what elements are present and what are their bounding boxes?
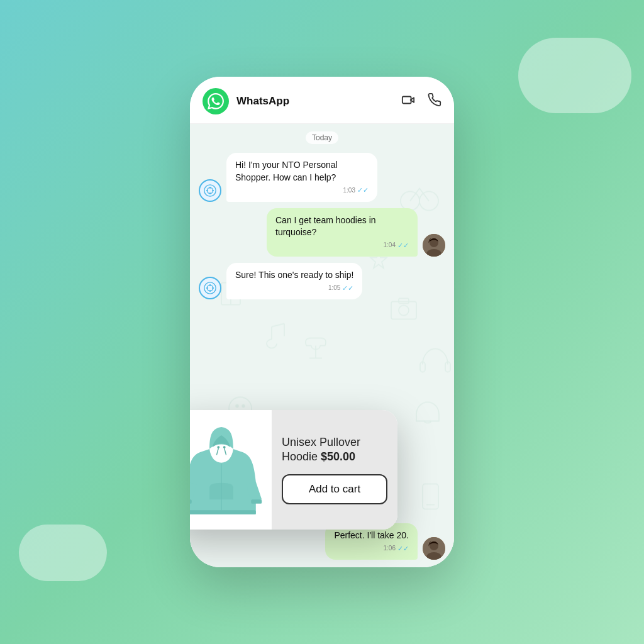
product-image-section — [190, 410, 272, 530]
svg-rect-48 — [190, 510, 256, 514]
message-row-3: Sure! This one's ready to ship! 1:05 ✓✓ — [199, 263, 445, 299]
svg-point-35 — [209, 192, 211, 194]
message-time-1: 1:03 ✓✓ — [235, 186, 369, 195]
svg-point-52 — [223, 446, 226, 448]
product-card: Unisex Pullover Hoodie $50.00 Add to car… — [190, 410, 397, 530]
message-text-3: Sure! This one's ready to ship! — [235, 270, 353, 280]
svg-point-32 — [204, 184, 216, 196]
whatsapp-logo — [203, 88, 229, 114]
svg-point-45 — [206, 287, 208, 289]
svg-rect-49 — [190, 499, 192, 504]
video-call-icon[interactable] — [401, 93, 415, 110]
read-receipt-4: ✓✓ — [397, 544, 409, 553]
message-text-4: Perfect. I'll take 20. — [334, 530, 409, 540]
svg-point-51 — [217, 446, 219, 448]
phone-frame: WhatsApp — [190, 77, 454, 567]
svg-point-36 — [206, 189, 208, 191]
read-receipt-1: ✓✓ — [357, 186, 369, 195]
svg-rect-50 — [251, 499, 262, 504]
read-receipt-3: ✓✓ — [342, 284, 353, 293]
user-avatar-1 — [423, 234, 445, 257]
phone-call-icon[interactable] — [428, 93, 441, 110]
message-time-2: 1:04 ✓✓ — [275, 241, 409, 250]
user-avatar-2 — [423, 537, 445, 560]
whatsapp-header: WhatsApp — [190, 77, 454, 124]
header-actions — [401, 93, 441, 110]
bot-avatar-1 — [199, 179, 221, 202]
svg-point-46 — [212, 287, 214, 289]
message-text-1: Hi! I'm your NTO Personal Shopper. How c… — [235, 160, 338, 182]
svg-point-34 — [209, 187, 211, 189]
svg-point-41 — [204, 282, 216, 294]
message-time-3: 1:05 ✓✓ — [235, 284, 353, 293]
svg-rect-0 — [402, 96, 411, 103]
svg-point-37 — [212, 189, 214, 191]
read-receipt-2: ✓✓ — [397, 241, 409, 250]
product-name: Unisex Pullover Hoodie $50.00 — [282, 435, 387, 465]
message-bubble-1: Hi! I'm your NTO Personal Shopper. How c… — [226, 153, 377, 202]
cloud-decoration-bottom — [19, 525, 107, 581]
svg-point-44 — [209, 290, 211, 292]
chat-background: Today Hi! I'm your NTO Personal Shopper.… — [190, 124, 454, 567]
message-time-4: 1:06 ✓✓ — [334, 544, 409, 553]
cloud-decoration-top — [518, 38, 631, 113]
add-to-cart-button[interactable]: Add to cart — [282, 474, 387, 504]
message-bubble-2: Can I get team hoodies in turquoise? 1:0… — [267, 208, 418, 257]
app-title: WhatsApp — [236, 95, 394, 108]
message-bubble-3: Sure! This one's ready to ship! 1:05 ✓✓ — [226, 263, 362, 299]
message-row-2: Can I get team hoodies in turquoise? 1:0… — [199, 208, 445, 257]
whatsapp-logo-icon — [208, 93, 224, 109]
product-image — [190, 416, 265, 523]
bot-avatar-2 — [199, 277, 221, 299]
message-row-1: Hi! I'm your NTO Personal Shopper. How c… — [199, 153, 445, 202]
date-label: Today — [306, 131, 338, 144]
message-text-2: Can I get team hoodies in turquoise? — [275, 215, 376, 238]
svg-point-43 — [209, 284, 211, 286]
product-price: $50.00 — [321, 450, 355, 463]
product-info-section: Unisex Pullover Hoodie $50.00 Add to car… — [272, 410, 397, 530]
